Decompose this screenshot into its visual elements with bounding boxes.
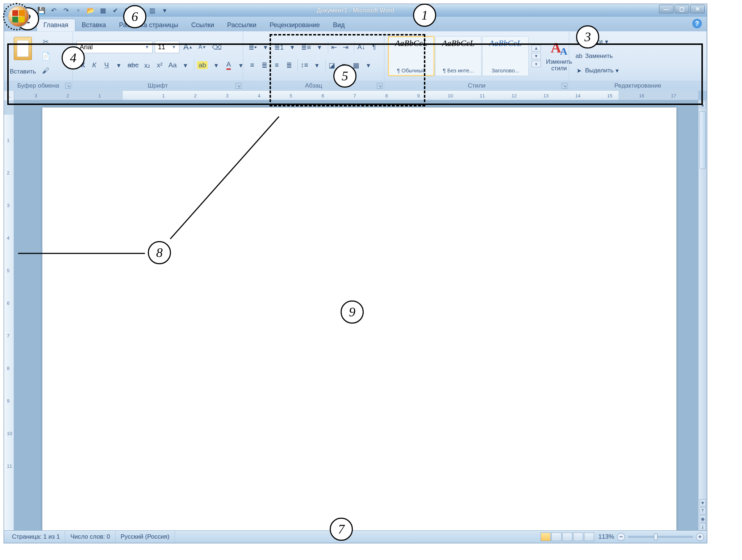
font-color-button[interactable]: A — [223, 59, 234, 71]
qat-icon[interactable]: ▦ — [98, 6, 108, 15]
styles-up-icon[interactable]: ▲ — [532, 45, 541, 51]
shrink-font-button[interactable]: A▼ — [197, 41, 208, 53]
clear-formatting-button[interactable]: ⌫ — [210, 41, 224, 53]
view-full-screen-button[interactable] — [551, 532, 562, 541]
bullets-button[interactable]: ≣• — [247, 41, 259, 53]
zoom-knob[interactable] — [654, 534, 658, 540]
scroll-down-icon[interactable]: ▼ — [700, 499, 706, 506]
view-print-layout-button[interactable] — [541, 532, 551, 541]
office-button[interactable] — [8, 5, 29, 27]
vertical-ruler[interactable]: 1234567891011 — [4, 100, 14, 530]
select-button[interactable]: ➤Выделить ▾ — [573, 65, 621, 76]
strike-button[interactable]: abc — [126, 59, 141, 71]
sort-button[interactable]: A↓ — [354, 41, 367, 53]
page[interactable] — [42, 108, 676, 530]
qat-more-icon[interactable]: ▾ — [160, 6, 169, 15]
align-left-button[interactable]: ≡ — [247, 59, 258, 71]
style-normal[interactable]: AaBbCcL ¶ Обычный — [388, 36, 434, 76]
help-icon[interactable]: ? — [692, 19, 702, 28]
borders-button[interactable]: ▦ — [351, 59, 362, 71]
tab-home[interactable]: Главная — [37, 19, 75, 31]
paste-button[interactable]: Вставить — [8, 34, 38, 78]
bullets-more-icon[interactable]: ▾ — [260, 41, 271, 53]
status-page[interactable]: Страница: 1 из 1 — [7, 531, 65, 543]
find-button[interactable]: 🔍Найти ▾ — [573, 36, 621, 47]
cut-icon[interactable]: ✂ — [40, 36, 51, 47]
replace-button[interactable]: abЗаменить — [573, 51, 621, 62]
spelling-icon[interactable]: ✔ — [111, 6, 120, 15]
align-right-button[interactable]: ≡ — [271, 59, 282, 71]
styles-more-icon[interactable]: ▾ — [532, 61, 541, 67]
status-word-count[interactable]: Число слов: 0 — [65, 531, 116, 543]
highlight-more-icon[interactable]: ▾ — [211, 59, 222, 71]
styles-down-icon[interactable]: ▼ — [532, 53, 541, 59]
view-draft-button[interactable] — [584, 532, 594, 541]
dialog-launcher-icon[interactable]: ↘ — [562, 83, 567, 89]
tab-page-layout[interactable]: Разметка страницы — [112, 19, 184, 31]
line-spacing-button[interactable]: ↕≡ — [297, 59, 310, 71]
tab-references[interactable]: Ссылки — [185, 19, 221, 31]
font-size-select[interactable]: 11▼ — [155, 41, 179, 53]
browse-object-icon[interactable]: ◉ — [700, 515, 706, 522]
horizontal-ruler[interactable]: ∟ 3211234567891011121314151617 — [4, 91, 698, 100]
underline-button[interactable]: Ч — [101, 59, 112, 71]
close-button[interactable]: ✕ — [690, 5, 705, 13]
superscript-button[interactable]: x² — [154, 59, 165, 71]
tab-review[interactable]: Рецензирование — [263, 19, 326, 31]
justify-button[interactable]: ≣ — [284, 59, 295, 71]
save-icon[interactable]: 💾 — [37, 6, 46, 15]
tab-mailings[interactable]: Рассылки — [221, 19, 263, 31]
style-heading[interactable]: AaBbCcL Заголово... — [482, 36, 529, 76]
copy-icon[interactable]: 📄 — [40, 51, 51, 62]
undo-icon[interactable]: ↶ — [49, 6, 58, 15]
increase-indent-button[interactable]: ⇥ — [340, 41, 351, 53]
prev-page-icon[interactable]: ⤒ — [700, 507, 706, 514]
subscript-button[interactable]: x₂ — [142, 59, 153, 71]
dialog-launcher-icon[interactable]: ↘ — [65, 83, 71, 89]
view-web-layout-button[interactable] — [562, 532, 572, 541]
redo-icon[interactable]: ↷ — [61, 6, 71, 15]
scroll-thumb[interactable] — [700, 111, 706, 169]
scroll-up-icon[interactable]: ▲ — [700, 101, 706, 108]
line-spacing-more-icon[interactable]: ▾ — [312, 59, 322, 71]
format-painter-icon[interactable]: 🖌 — [40, 65, 51, 76]
maximize-button[interactable]: ▢ — [675, 5, 689, 13]
zoom-slider[interactable] — [628, 536, 693, 538]
zoom-value[interactable]: 113% — [599, 533, 614, 540]
tab-selector-icon[interactable]: ∟ — [4, 91, 14, 100]
numbering-more-icon[interactable]: ▾ — [287, 41, 298, 53]
page-viewport[interactable] — [14, 100, 698, 530]
shading-button[interactable]: ◪ — [325, 59, 337, 71]
new-icon[interactable]: ▫ — [74, 6, 83, 15]
change-case-button[interactable]: Aa — [167, 59, 179, 71]
italic-button[interactable]: К — [89, 59, 100, 71]
align-center-button[interactable]: ≣ — [259, 59, 270, 71]
numbering-button[interactable]: ≣1 — [272, 41, 286, 53]
qat-icon-4[interactable]: ▥ — [147, 6, 157, 15]
open-icon[interactable]: 📂 — [86, 6, 95, 15]
underline-more-icon[interactable]: ▾ — [113, 59, 124, 71]
vertical-scrollbar[interactable]: ▲ ▼ ⤒ ◉ ⤓ — [698, 100, 707, 530]
qat-icon-2[interactable]: ▣ — [123, 6, 132, 15]
shading-more-icon[interactable]: ▾ — [338, 59, 349, 71]
change-styles-button[interactable]: AA Изменить стили — [546, 41, 572, 71]
borders-more-icon[interactable]: ▾ — [363, 59, 374, 71]
tab-insert[interactable]: Вставка — [75, 19, 113, 31]
view-outline-button[interactable] — [573, 532, 583, 541]
zoom-in-button[interactable]: + — [696, 533, 704, 541]
tab-view[interactable]: Вид — [326, 19, 351, 31]
style-no-spacing[interactable]: AaBbCcL ¶ Без инте... — [435, 36, 482, 76]
multilevel-more-icon[interactable]: ▾ — [314, 41, 325, 53]
status-language[interactable]: Русский (Россия) — [116, 531, 175, 543]
qat-icon-3[interactable]: ▤ — [135, 6, 145, 15]
case-more-icon[interactable]: ▾ — [180, 59, 191, 71]
highlight-button[interactable]: ab — [194, 59, 209, 71]
next-page-icon[interactable]: ⤓ — [700, 523, 706, 530]
multilevel-button[interactable]: ≣≡ — [299, 41, 313, 53]
dialog-launcher-icon[interactable]: ↘ — [377, 83, 383, 89]
font-family-select[interactable]: Arial▼ — [76, 41, 153, 53]
decrease-indent-button[interactable]: ⇤ — [328, 41, 339, 53]
bold-button[interactable]: Ж — [76, 59, 87, 71]
minimize-button[interactable]: — — [659, 5, 674, 13]
zoom-out-button[interactable]: − — [617, 533, 625, 541]
